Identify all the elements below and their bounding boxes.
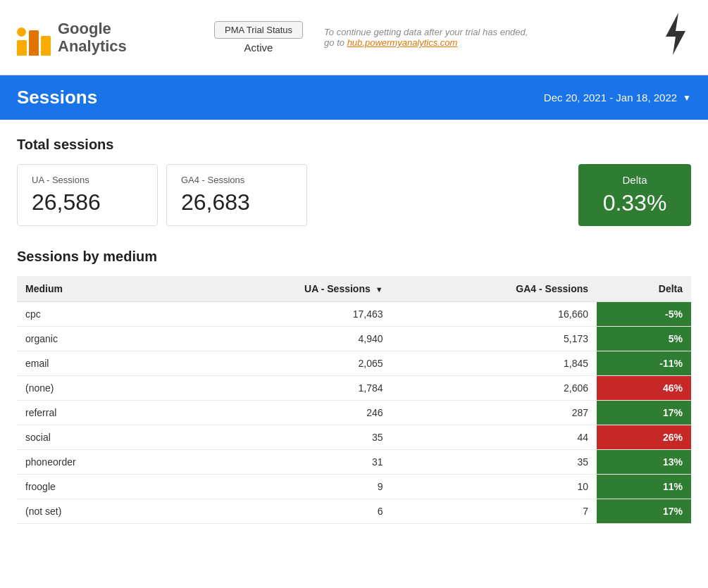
logo-bar-small <box>17 40 27 56</box>
cell-medium: (none) <box>17 376 172 401</box>
table-header-row: Medium UA - Sessions ▼ GA4 - Sessions De… <box>17 276 691 302</box>
cell-delta: -11% <box>597 351 691 376</box>
ua-sessions-value: 26,586 <box>32 189 143 215</box>
total-sessions-title: Total sessions <box>17 137 691 153</box>
logo-text: Google Analytics <box>58 20 127 56</box>
cell-medium: froogle <box>17 475 172 499</box>
sessions-by-medium: Sessions by medium Medium UA - Sessions … <box>17 249 691 524</box>
delta-card: Delta 0.33% <box>578 164 691 226</box>
table-row: social 35 44 26% <box>17 425 691 450</box>
cell-ua: 1,784 <box>172 376 392 401</box>
date-range-text: Dec 20, 2021 - Jan 18, 2022 <box>544 92 677 104</box>
cell-medium: organic <box>17 327 172 351</box>
trial-status: PMA Trial Status Active <box>214 21 303 54</box>
table-row: cpc 17,463 16,660 -5% <box>17 302 691 327</box>
logo-text-line2: Analytics <box>58 37 127 55</box>
table-row: phoneorder 31 35 13% <box>17 450 691 475</box>
sessions-by-medium-title: Sessions by medium <box>17 249 691 265</box>
cell-ga4: 2,606 <box>392 376 597 401</box>
cell-ga4: 10 <box>392 475 597 499</box>
logo-dot <box>17 27 26 37</box>
trial-message: To continue getting data after your tria… <box>303 27 660 48</box>
cell-delta: 26% <box>597 425 691 450</box>
cell-delta: 13% <box>597 450 691 475</box>
cell-ua: 31 <box>172 450 392 475</box>
sessions-title: Sessions <box>17 87 97 108</box>
cell-ga4: 287 <box>392 401 597 425</box>
cell-ga4: 35 <box>392 450 597 475</box>
ga4-sessions-card: GA4 - Sessions 26,683 <box>166 164 307 226</box>
table-row: froogle 9 10 11% <box>17 475 691 499</box>
cell-ua: 6 <box>172 499 392 524</box>
table-row: referral 246 287 17% <box>17 401 691 425</box>
col-delta[interactable]: Delta <box>597 276 691 302</box>
sessions-bar: Sessions Dec 20, 2021 - Jan 18, 2022 ▼ <box>0 75 708 120</box>
cell-ga4: 16,660 <box>392 302 597 327</box>
table-row: (none) 1,784 2,606 46% <box>17 376 691 401</box>
cell-ga4: 1,845 <box>392 351 597 376</box>
cell-delta: -5% <box>597 302 691 327</box>
delta-card-value: 0.33% <box>603 190 667 216</box>
total-sessions-row: UA - Sessions 26,586 GA4 - Sessions 26,6… <box>17 164 691 226</box>
cell-ua: 4,940 <box>172 327 392 351</box>
sessions-table: Medium UA - Sessions ▼ GA4 - Sessions De… <box>17 276 691 524</box>
delta-card-label: Delta <box>622 174 647 186</box>
ga-logo-icon <box>17 19 51 56</box>
trial-goto-text: go to <box>324 37 344 48</box>
chevron-down-icon: ▼ <box>683 93 691 103</box>
table-header: Medium UA - Sessions ▼ GA4 - Sessions De… <box>17 276 691 302</box>
cell-ua: 35 <box>172 425 392 450</box>
cell-ua: 9 <box>172 475 392 499</box>
cell-delta: 17% <box>597 401 691 425</box>
header: Google Analytics PMA Trial Status Active… <box>0 0 708 75</box>
cell-medium: referral <box>17 401 172 425</box>
cell-medium: phoneorder <box>17 450 172 475</box>
table-row: (not set) 6 7 17% <box>17 499 691 524</box>
table-row: email 2,065 1,845 -11% <box>17 351 691 376</box>
cell-delta: 5% <box>597 327 691 351</box>
trial-badge: PMA Trial Status <box>214 21 303 39</box>
cell-ga4: 44 <box>392 425 597 450</box>
cell-medium: (not set) <box>17 499 172 524</box>
cell-delta: 11% <box>597 475 691 499</box>
ua-sessions-card: UA - Sessions 26,586 <box>17 164 158 226</box>
cell-ua: 17,463 <box>172 302 392 327</box>
ga4-sessions-value: 26,683 <box>181 189 292 215</box>
logo-bar-mid <box>41 36 51 56</box>
ua-sessions-label: UA - Sessions <box>32 175 143 185</box>
cell-delta: 17% <box>597 499 691 524</box>
col-medium[interactable]: Medium <box>17 276 172 302</box>
cell-ga4: 5,173 <box>392 327 597 351</box>
date-range-selector[interactable]: Dec 20, 2021 - Jan 18, 2022 ▼ <box>544 92 691 104</box>
lightning-icon <box>660 13 691 62</box>
trial-active-status: Active <box>244 42 273 54</box>
main-content: Total sessions UA - Sessions 26,586 GA4 … <box>0 120 708 541</box>
cell-delta: 46% <box>597 376 691 401</box>
cell-medium: email <box>17 351 172 376</box>
cell-ua: 2,065 <box>172 351 392 376</box>
sort-arrow-icon: ▼ <box>375 285 383 294</box>
cell-medium: social <box>17 425 172 450</box>
svg-marker-0 <box>666 13 685 55</box>
logo-area: Google Analytics <box>17 19 200 56</box>
cell-ua: 246 <box>172 401 392 425</box>
col-ga4-sessions[interactable]: GA4 - Sessions <box>392 276 597 302</box>
cell-ga4: 7 <box>392 499 597 524</box>
logo-bar-tall <box>29 30 39 56</box>
logo-text-line1: Google <box>58 20 127 37</box>
trial-link[interactable]: hub.powermyanalytics.com <box>347 37 458 48</box>
ga4-sessions-label: GA4 - Sessions <box>181 175 292 185</box>
table-row: organic 4,940 5,173 5% <box>17 327 691 351</box>
trial-message-text: To continue getting data after your tria… <box>324 27 528 37</box>
col-ua-sessions-label: UA - Sessions <box>304 283 371 294</box>
cell-medium: cpc <box>17 302 172 327</box>
col-ua-sessions[interactable]: UA - Sessions ▼ <box>172 276 392 302</box>
table-body: cpc 17,463 16,660 -5% organic 4,940 5,17… <box>17 302 691 524</box>
